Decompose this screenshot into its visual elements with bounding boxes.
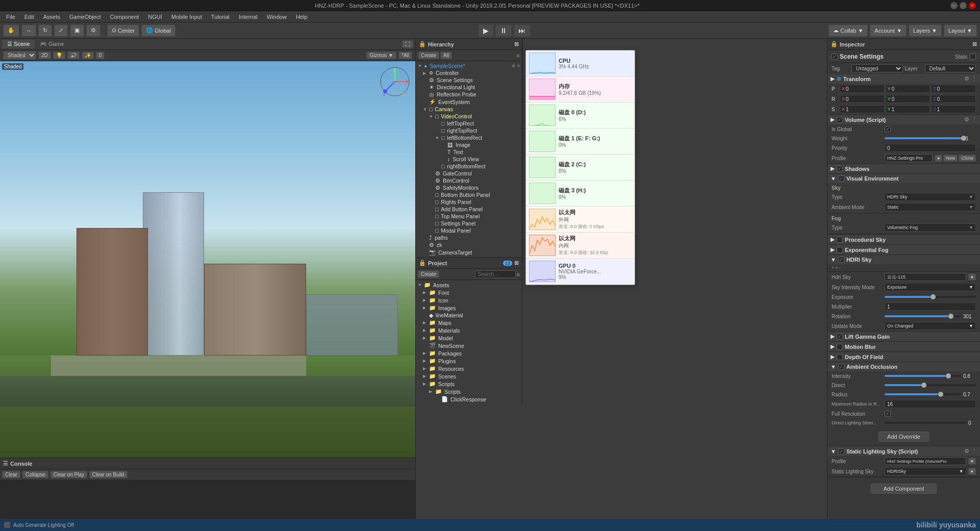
center-button[interactable]: ⊙ Center <box>107 24 139 37</box>
hierarchy-item-paths[interactable]: ⤴ paths <box>416 234 522 241</box>
static-sky-value-field[interactable]: HDRISky ▼ <box>885 467 966 475</box>
collapse-button[interactable]: Collapse <box>22 471 48 478</box>
hierarchy-item-canvas[interactable]: ▼ □ Canvas <box>416 106 522 113</box>
position-x-field[interactable]: X0 <box>840 85 885 93</box>
project-item-resources[interactable]: ▶ 📁 Resources <box>416 365 522 372</box>
max-radius-field[interactable]: 16 <box>885 400 976 408</box>
hierarchy-item-text[interactable]: T Text <box>416 148 522 156</box>
clear-on-play-button[interactable]: Clear on Play <box>51 471 87 478</box>
tool-transform[interactable]: ⚙ <box>86 24 100 37</box>
procedural-sky-header[interactable]: ▶ Procedural Sky <box>827 235 980 244</box>
project-item-plugins[interactable]: ▶ 📁 Plugins <box>416 357 522 365</box>
tab-scene[interactable]: ☰ Scene <box>2 40 35 48</box>
hierarchy-item-cameratarget[interactable]: 📷 CameraTarget <box>416 248 522 256</box>
static-sky-circle-btn[interactable]: ● <box>968 458 976 465</box>
position-z-field[interactable]: Z0 <box>931 85 976 93</box>
update-mode-field[interactable]: On Changed ▼ <box>885 322 976 330</box>
volume-options-icon[interactable]: ⚙ <box>964 116 969 123</box>
multiplier-field[interactable]: 1 <box>885 302 976 311</box>
gizmos-button[interactable]: Gizmos ▼ <box>366 52 396 59</box>
hierarchy-item-lefttop[interactable]: □ leftTopRect <box>416 120 522 127</box>
fx-button[interactable]: ✨ <box>82 52 94 59</box>
tool-move[interactable]: ↔ <box>21 24 36 37</box>
tab-game[interactable]: 🎮 Game <box>35 40 69 48</box>
hierarchy-item-scene-settings[interactable]: ⚙ Scene Settings <box>416 77 522 84</box>
project-close-icon[interactable]: ⊠ <box>514 260 519 266</box>
hierarchy-close-icon[interactable]: ⊠ <box>514 41 519 47</box>
menu-tutorial[interactable]: Tutorial <box>207 13 234 21</box>
scene-cam-button[interactable]: 0 <box>96 52 105 59</box>
menu-component[interactable]: Component <box>106 13 143 21</box>
light-button[interactable]: 💡 <box>53 52 65 59</box>
hdri-sky-header[interactable]: ▼ HDRI Sky <box>827 255 980 264</box>
static-sky-options-icon[interactable]: ⚙ <box>964 448 969 454</box>
rotation-y-field[interactable]: Y0 <box>886 95 931 103</box>
menu-edit[interactable]: Edit <box>20 13 38 21</box>
hdri-sky-enabled-checkbox[interactable] <box>838 257 844 263</box>
project-options-icon[interactable]: ≡ <box>517 271 520 277</box>
layers-button[interactable]: Layers ▼ <box>909 24 942 37</box>
static-sky-enabled-checkbox[interactable] <box>838 448 844 454</box>
hierarchy-item-rightbottom[interactable]: □ rightBottomRect <box>416 163 522 170</box>
hierarchy-item-righttop[interactable]: □ rightTopRect <box>416 127 522 134</box>
ao-enabled-checkbox[interactable] <box>838 364 844 370</box>
hierarchy-create-button[interactable]: Create <box>418 52 439 59</box>
hierarchy-collapse-icon[interactable]: ≡ <box>517 53 520 59</box>
static-sky-profile-field[interactable]: HNZ Settings Profile (VolumePro <box>885 457 966 465</box>
hierarchy-item-add-btn[interactable]: □ Add Button Panel <box>416 206 522 213</box>
tag-dropdown[interactable]: Untagged <box>851 64 903 72</box>
hierarchy-item-safetymonitors[interactable]: ⚙ SafetyMonitors <box>416 184 522 191</box>
sky-intensity-mode-field[interactable]: Exposure ▼ <box>885 283 976 291</box>
project-item-maps[interactable]: ▶ 📁 Maps <box>416 319 522 326</box>
project-item-model[interactable]: ▶ 📁 Model <box>416 334 522 342</box>
scene-viewport[interactable]: Y X Z Persp Shaded <box>0 61 415 458</box>
hierarchy-item-scrollview[interactable]: ↕ Scroll View <box>416 156 522 163</box>
hierarchy-all-button[interactable]: All <box>440 52 452 59</box>
project-item-scripts[interactable]: ▶ 📁 Scripts <box>416 380 522 388</box>
hierarchy-item-leftbottom[interactable]: ▼ □ leftBottomRect <box>416 134 522 141</box>
menu-internal[interactable]: Internal <box>235 13 262 21</box>
project-item-linematerial[interactable]: ◆ lineMaterial <box>416 312 522 319</box>
global-button[interactable]: 🌐 Global <box>141 24 175 37</box>
project-create-button[interactable]: Create <box>418 270 439 278</box>
step-button[interactable]: ⏭ <box>514 24 530 37</box>
collab-button[interactable]: ☁ Collab ▼ <box>828 24 868 37</box>
hdri-sky-value-field[interactable]: 云云-115 <box>885 273 966 281</box>
profile-circle-btn[interactable]: ● <box>935 155 942 162</box>
hierarchy-item-bottom-btn[interactable]: □ Bottom Button Panel <box>416 191 522 198</box>
menu-ngui[interactable]: NGUI <box>144 13 166 21</box>
tool-hand[interactable]: ✋ <box>3 24 19 37</box>
scale-x-field[interactable]: X1 <box>840 105 885 113</box>
menu-gameobject[interactable]: GameObject <box>65 13 105 21</box>
shaded-dropdown[interactable]: Shaded <box>3 51 36 60</box>
add-component-button[interactable]: Add Component <box>871 484 937 494</box>
layout-button[interactable]: Layout ▼ <box>944 24 977 37</box>
position-y-field[interactable]: Y0 <box>886 85 931 93</box>
static-checkbox[interactable] <box>970 54 976 60</box>
inspector-close-icon[interactable]: ⊠ <box>972 41 977 47</box>
static-sky-hdri-btn[interactable]: ● <box>968 468 976 475</box>
clear-button[interactable]: Clear <box>2 471 20 478</box>
lift-gamma-gain-header[interactable]: ▶ Lift Gamma Gain <box>827 332 980 341</box>
tool-rect[interactable]: ▣ <box>70 24 84 37</box>
all-button[interactable]: *All <box>398 52 412 59</box>
static-sky-overflow-icon[interactable]: ⋮ <box>971 448 977 454</box>
hierarchy-item-bimcontrol[interactable]: ⚙ BimControl <box>416 177 522 184</box>
exp-fog-header[interactable]: ▶ Exponential Fog <box>827 245 980 255</box>
transform-overflow-icon[interactable]: ⋮ <box>971 75 977 82</box>
play-button[interactable]: ▶ <box>479 24 493 37</box>
maximize-scene-button[interactable]: ⛶ <box>402 40 413 48</box>
hierarchy-item-gatecontrol[interactable]: ⚙ GateControl <box>416 170 522 177</box>
scene-settings-enabled-checkbox[interactable] <box>832 54 838 60</box>
hierarchy-item-controller[interactable]: ▶ ⚙ Controller <box>416 69 522 77</box>
visual-env-enabled-checkbox[interactable] <box>838 175 844 182</box>
scale-y-field[interactable]: Y1 <box>886 105 931 113</box>
full-resolution-checkbox[interactable] <box>885 411 891 417</box>
hdri-sky-circle-btn[interactable]: ● <box>968 273 976 281</box>
hierarchy-item-videocontrol[interactable]: ▼ □ VideoControl <box>416 113 522 120</box>
layer-dropdown[interactable]: Default <box>925 64 976 72</box>
pause-button[interactable]: ⏸ <box>495 24 512 37</box>
tool-rotate[interactable]: ↻ <box>38 24 52 37</box>
scale-z-field[interactable]: Z1 <box>931 105 976 113</box>
procedural-sky-enabled-checkbox[interactable] <box>837 237 843 243</box>
